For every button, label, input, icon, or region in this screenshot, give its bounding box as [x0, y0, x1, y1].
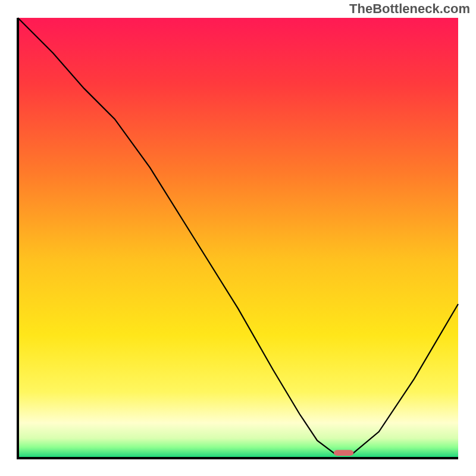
chart-container: TheBottleneck.com [0, 0, 476, 476]
bottleneck-chart [0, 0, 476, 476]
selected-marker [334, 450, 353, 456]
plot-background [18, 18, 458, 458]
watermark-text: TheBottleneck.com [349, 1, 470, 17]
